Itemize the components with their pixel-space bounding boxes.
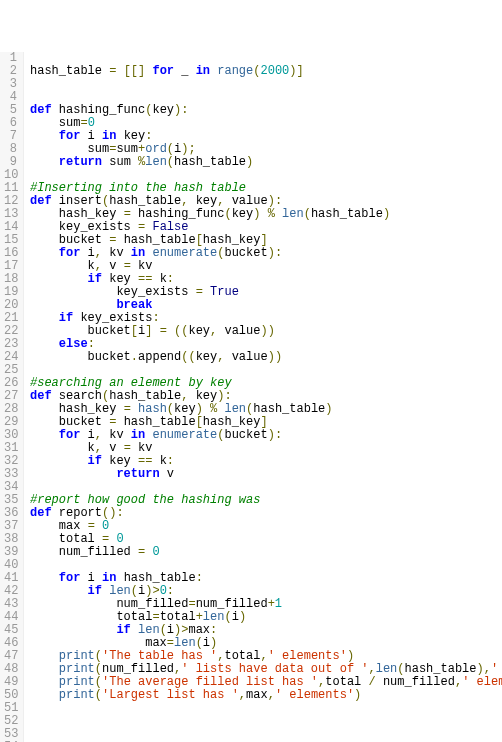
token-kw: def [30,103,52,117]
code-line[interactable]: return v [30,468,502,481]
token-cm: #Inserting into the hash table [30,181,246,195]
token-pn: ( [160,623,167,637]
token-pn: ) [210,636,217,650]
token-pn: ( [304,207,311,221]
token-op: = [167,636,174,650]
token-pn: ( [95,662,102,676]
token-str: 'Largest list has ' [102,688,239,702]
token-pn: [ [196,415,203,429]
code-content[interactable]: hash_table = [[] for _ in range(2000)] d… [24,52,502,742]
token-nm [167,324,174,338]
token-nm: total [325,675,368,689]
token-pn: ), [477,662,491,676]
token-pn: ): [268,246,282,260]
token-nm: kv [109,246,131,260]
code-line[interactable] [30,728,502,741]
token-op: + [268,597,275,611]
token-pn: ) [196,402,203,416]
token-kw: def [30,506,52,520]
token-num: 0 [116,532,123,546]
token-nm [131,402,138,416]
token-pn: : [152,311,159,325]
token-op: = [80,116,87,130]
token-nm: v [160,467,174,481]
token-pn: , [181,389,195,403]
token-pn: : [88,337,95,351]
token-nm: hash_table [116,571,195,585]
token-op: = [152,610,159,624]
token-nm: hash_table [109,194,181,208]
token-pn: , [217,350,231,364]
token-kw: if [88,584,102,598]
code-line[interactable]: bucket[i] = ((key, value)) [30,325,502,338]
token-nm [203,285,210,299]
token-num: 0 [102,519,109,533]
token-str: 'The average filled list has ' [102,675,318,689]
token-kw: def [30,194,52,208]
token-pn: ): [268,428,282,442]
token-nm: i [232,610,239,624]
token-nm: append [138,350,181,364]
token-nm: max [145,636,167,650]
code-line[interactable] [30,715,502,728]
token-nm: hash_key [59,207,124,221]
token-nm [95,519,102,533]
token-kw: if [88,272,102,286]
token-nm: hash_table [311,207,383,221]
token-nm: key [102,454,138,468]
token-kw: break [116,298,152,312]
token-bi: len [224,402,246,416]
token-kw: if [59,311,73,325]
token-pn: , [268,688,275,702]
token-op: % [268,207,275,221]
token-nm: bucket [88,324,131,338]
token-pn: )) [268,350,282,364]
token-op: + [196,610,203,624]
token-bi: len [109,584,131,598]
token-bi: enumerate [152,428,217,442]
token-nm: i [80,246,94,260]
token-pn: ( [95,675,102,689]
code-line[interactable]: bucket.append((key, value)) [30,351,502,364]
token-nm: i [80,129,102,143]
token-bi: len [138,623,160,637]
token-nm: key [174,402,196,416]
token-pn: [[] [124,64,146,78]
token-nm: total [160,610,196,624]
token-pn: (( [181,350,195,364]
token-pn: ( [167,142,174,156]
token-pn: , [260,649,267,663]
token-nm: hash_key [59,402,124,416]
token-nm: num_filled [116,597,188,611]
code-line[interactable]: hash_table = [[] for _ in range(2000)] [30,65,502,78]
code-line[interactable] [30,78,502,91]
token-op: = [88,519,95,533]
token-bool: True [210,285,239,299]
token-fn: report [59,506,102,520]
token-nm: key [188,324,210,338]
code-editor[interactable]: 1234567891011121314151617181920212223242… [0,52,502,742]
code-line[interactable]: return sum %len(hash_table) [30,156,502,169]
token-nm: _ [174,64,196,78]
token-nm: sum [88,142,110,156]
token-nm: max [59,519,88,533]
token-pn: : [145,129,152,143]
token-nm: hash_table [116,233,195,247]
code-line[interactable]: num_filled = 0 [30,546,502,559]
token-nm: sum [102,155,138,169]
token-nm: max [246,688,268,702]
code-line[interactable]: def hashing_func(key): [30,104,502,117]
token-kw: if [88,454,102,468]
token-nm: k [88,441,95,455]
token-nm: total [59,532,102,546]
code-line[interactable] [30,702,502,715]
token-nm: hash_table [116,415,195,429]
token-pn: , [181,194,195,208]
token-nm: bucket [88,350,131,364]
token-pn: [ [131,324,138,338]
token-op: == [138,272,152,286]
token-pn: ( [397,662,404,676]
token-bi: len [203,610,225,624]
token-nm: hash_key [203,233,261,247]
code-line[interactable]: print('Largest list has ',max,' elements… [30,689,502,702]
